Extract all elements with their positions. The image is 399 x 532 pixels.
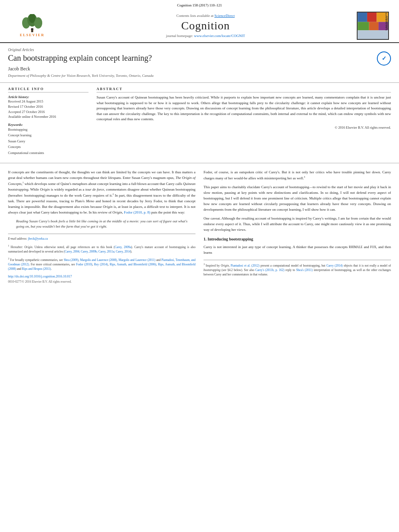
article-header: Original Articles Can bootstrapping expl… (0, 43, 399, 83)
carey-refs[interactable]: Carey, 2004; Carey, 2009b; Carey, 2011a;… (65, 250, 130, 253)
citation-text: Cognition 158 (2017) 110–121 (177, 3, 222, 7)
email-footnote: E-mail address: jbeck@yorku.ca (8, 236, 195, 241)
fodor-2010-link[interactable]: Fodor (2010) (76, 263, 92, 266)
shea-2011-link[interactable]: Shea's (2011) (296, 268, 313, 272)
abstract-heading: ABSTRACT (97, 87, 391, 92)
carey-2014-link[interactable]: Carey (2014) (327, 263, 343, 267)
body-para-fodor: Fodor, of course, is an outspoken critic… (204, 170, 391, 181)
fodor-link[interactable]: Fodor (2010, p. 8) (124, 210, 150, 214)
accepted-date: Accepted 27 October 2016 (8, 109, 88, 115)
journal-title: Cognition (56, 19, 355, 32)
abstract-column: ABSTRACT Susan Carey's account of Quinea… (97, 87, 391, 159)
footnote-3: 3 Inspired by Origin, Piantadosi et al. … (204, 263, 391, 277)
journal-homepage: journal homepage: www.elsevier.com/locat… (56, 34, 355, 38)
footnote-1: 1 Hereafter: Origin. Unless otherwise no… (8, 244, 195, 254)
section-1-title: 1. Introducing bootstrapping (204, 236, 391, 242)
author-name: Jacob Beck (8, 66, 391, 72)
available-date: Available online 4 November 2016 (8, 114, 88, 119)
history-label: Article history: (8, 95, 88, 99)
article-history: Article history: Received 24 August 2015… (8, 95, 88, 119)
carey-2011b-link[interactable]: Carey's (2011b, p. 162) (255, 268, 284, 272)
footnote-2: 2 For broadly sympathetic commentaries, … (8, 257, 195, 271)
sciencedirect-link[interactable]: ScienceDirect (214, 14, 234, 18)
rey-link[interactable]: Rey (2014) (94, 263, 108, 266)
keyword-4: Concepts (8, 144, 88, 150)
svg-rect-14 (358, 30, 388, 39)
received-date: Received 24 August 2015 (8, 99, 88, 104)
copyright-notice: © 2016 Elsevier B.V. All rights reserved… (97, 125, 391, 129)
svg-rect-12 (369, 22, 379, 30)
keyword-1: Bootstrapping (8, 127, 88, 132)
body-column-left: If concepts are the constituents of thou… (8, 170, 195, 284)
article-info-abstract: ARTICLE INFO Article history: Received 2… (0, 83, 399, 163)
piantadosi-2012-link[interactable]: Piantadosi et al. (2012) (230, 263, 259, 267)
journal-branding: ELSEVIER Contents lists available at Sci… (8, 9, 391, 42)
rips-hespos-link[interactable]: Rips and Hespos (2011) (22, 267, 51, 271)
svg-rect-6 (31, 31, 33, 32)
cognition-vertical-text: COGNITION (385, 12, 387, 31)
keywords-label: Keywords: (8, 123, 88, 127)
doi-anchor[interactable]: http://dx.doi.org/10.1016/j.cognition.20… (8, 275, 72, 278)
author-affiliation: Department of Philosophy & Centre for Vi… (8, 74, 391, 78)
section-1-text: Carey is not interested in just any type… (204, 244, 391, 256)
journal-title-area: Contents lists available at ScienceDirec… (56, 14, 355, 38)
svg-point-5 (31, 28, 33, 31)
cognition-logo: COGNITION COGNITION (355, 10, 391, 41)
body-para-caveat: One caveat. Although the resulting accou… (204, 216, 391, 233)
abstract-paragraph: Susan Carey's account of Quinean bootstr… (97, 95, 391, 122)
abstract-text: Susan Carey's account of Quinean bootstr… (97, 95, 391, 122)
svg-rect-8 (358, 12, 367, 22)
contents-available: Contents lists available at ScienceDirec… (56, 14, 355, 18)
journal-header: Cognition 158 (2017) 110–121 ELSEVIER (0, 0, 399, 43)
svg-point-3 (34, 17, 42, 29)
homepage-url[interactable]: www.elsevier.com/locate/COGNIT (194, 34, 245, 38)
footnotes-section: E-mail address: jbeck@yorku.ca 1 Hereaft… (8, 234, 195, 271)
svg-rect-11 (358, 22, 369, 30)
article-title: Can bootstrapping explain concept learni… (8, 53, 377, 63)
doi-link: http://dx.doi.org/10.1016/j.cognition.20… (8, 274, 195, 279)
article-info-column: ARTICLE INFO Article history: Received 2… (8, 87, 88, 159)
right-footnotes: 3 Inspired by Origin, Piantadosi et al. … (204, 260, 391, 277)
blockquote: Reading Susan Carey's book feels a littl… (16, 219, 187, 230)
body-column-right: Fodor, of course, is an outspoken critic… (204, 170, 391, 284)
citation-bar: Cognition 158 (2017) 110–121 (8, 3, 391, 7)
article-body: If concepts are the constituents of thou… (0, 163, 399, 290)
crossmark-icon: ✓ (382, 55, 387, 62)
keyword-2: Concept learning (8, 132, 88, 138)
keyword-3: Susan Carey (8, 138, 88, 144)
keyword-5: Computational constraints (8, 150, 88, 156)
body-para-aims: This paper aims to charitably elucidate … (204, 185, 391, 213)
article-info-heading: ARTICLE INFO (8, 87, 88, 92)
revised-date: Revised 17 October 2016 (8, 104, 88, 109)
email-link[interactable]: jbeck@yorku.ca (28, 237, 48, 240)
svg-rect-9 (367, 12, 377, 22)
margolis-link[interactable]: Margolis and Laurence (2008), Margolis a… (80, 258, 155, 261)
shea-link[interactable]: Shea (2009) (64, 258, 78, 261)
keywords-group: Keywords: Bootstrapping Concept learning… (8, 123, 88, 156)
article-type: Original Articles (8, 48, 391, 52)
elsevier-tree-icon (18, 14, 46, 32)
cognition-logo-box: COGNITION COGNITION (357, 12, 389, 40)
keywords-list: Bootstrapping Concept learning Susan Car… (8, 127, 88, 156)
cognition-logo-svg: COGNITION (357, 12, 389, 39)
elsevier-logo: ELSEVIER (8, 14, 56, 38)
body-para-1: If concepts are the constituents of thou… (8, 170, 195, 216)
carey-2009a-link[interactable]: Carey, 2009a (115, 245, 131, 249)
issn-line: 0010-0277/© 2016 Elsevier B.V. All right… (8, 279, 195, 284)
elsevier-wordmark: ELSEVIER (20, 33, 45, 37)
journal-page: Cognition 158 (2017) 110–121 ELSEVIER (0, 0, 399, 532)
crossmark-badge: ✓ (377, 51, 391, 66)
